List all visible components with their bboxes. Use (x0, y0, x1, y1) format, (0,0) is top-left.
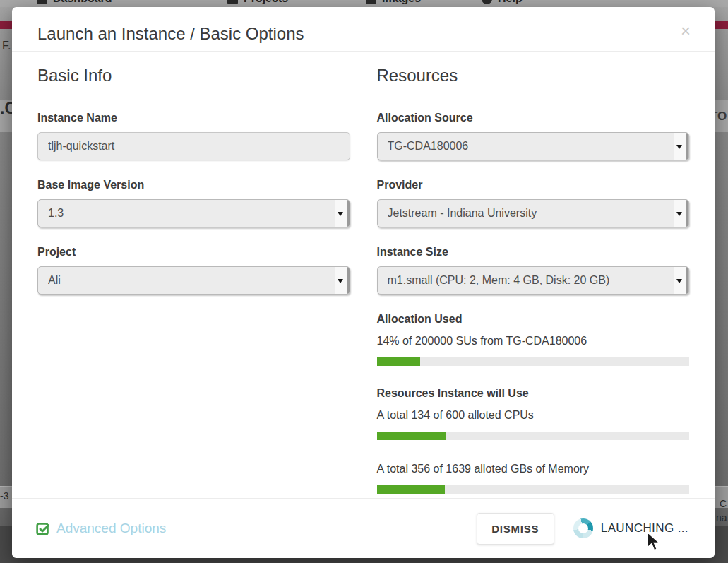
background-text-fragment: F. (2, 40, 11, 52)
launching-label: LAUNCHING ... (601, 521, 688, 535)
projects-icon (227, 0, 238, 4)
instance-size-label: Instance Size (377, 246, 690, 258)
dashboard-icon (37, 0, 47, 4)
instance-name-label: Instance Name (37, 112, 350, 124)
project-select[interactable]: Ali (37, 266, 350, 295)
nav-item-dashboard[interactable]: Dashboard (37, 0, 112, 5)
modal-title: Launch an Instance / Basic Options (37, 24, 304, 44)
memory-usage-text: A total 356 of 1639 alloted GBs of Memor… (377, 463, 690, 475)
nav-label: Dashboard (53, 0, 112, 5)
background-text-fragment: na (716, 512, 727, 523)
select-value: Ali (48, 274, 61, 287)
help-icon (482, 0, 492, 4)
checked-checkbox-icon (35, 521, 50, 536)
cpu-usage-progress-fill (377, 432, 447, 440)
allocation-source-select[interactable]: TG-CDA180006 (377, 132, 690, 160)
nav-item-help[interactable]: Help (482, 0, 523, 5)
instance-size-select[interactable]: m1.small (CPU: 2, Mem: 4 GB, Disk: 20 GB… (377, 266, 690, 295)
nav-item-images[interactable]: Images (366, 0, 421, 5)
select-value: Jetstream - Indiana University (388, 207, 537, 220)
background-navbar: Dashboard Projects Images Help (0, 0, 728, 7)
allocation-used-progress-fill (377, 357, 421, 366)
dropdown-arrow-icon (335, 267, 350, 294)
nav-label: Help (498, 0, 523, 5)
project-label: Project (37, 246, 350, 258)
allocation-source-label: Allocation Source (377, 112, 690, 124)
instance-name-input[interactable] (37, 132, 350, 160)
instance-usage-label: Resources Instance will Use (377, 387, 690, 399)
provider-label: Provider (377, 179, 690, 191)
provider-select[interactable]: Jetstream - Indiana University (377, 199, 690, 227)
dropdown-arrow-icon (674, 200, 688, 227)
advanced-options-link[interactable]: Advanced Options (35, 521, 166, 536)
images-icon (366, 0, 376, 4)
allocation-used-text: 14% of 200000 SUs from TG-CDA180006 (377, 335, 690, 347)
allocation-used-progressbar (377, 357, 690, 366)
cpu-usage-progressbar (377, 432, 690, 440)
launching-button[interactable]: LAUNCHING ... (573, 518, 688, 538)
dropdown-arrow-icon (674, 267, 688, 294)
nav-label: Projects (244, 0, 288, 5)
memory-usage-progressbar (377, 485, 690, 494)
nav-label: Images (382, 0, 421, 5)
select-value: 1.3 (48, 207, 64, 220)
modal-footer: Advanced Options DISMISS LAUNCHING ... (12, 498, 715, 558)
dismiss-button[interactable]: DISMISS (477, 513, 554, 545)
background-text-fragment: C (720, 498, 727, 509)
base-image-version-select[interactable]: 1.3 (37, 199, 350, 227)
close-icon[interactable]: × (681, 23, 691, 40)
resources-heading: Resources (377, 66, 690, 93)
advanced-options-label: Advanced Options (56, 521, 166, 536)
select-value: m1.small (CPU: 2, Mem: 4 GB, Disk: 20 GB… (388, 274, 610, 287)
modal-header: Launch an Instance / Basic Options × (12, 7, 715, 52)
select-value: TG-CDA180006 (388, 140, 469, 153)
memory-usage-progress-fill (377, 485, 445, 494)
resources-column: Resources Allocation Source TG-CDA180006… (377, 52, 690, 494)
dropdown-arrow-icon (335, 200, 350, 227)
base-image-version-label: Base Image Version (37, 179, 350, 191)
basic-info-column: Basic Info Instance Name Base Image Vers… (37, 52, 350, 494)
allocation-used-label: Allocation Used (377, 313, 690, 325)
dropdown-arrow-icon (674, 133, 688, 160)
basic-info-heading: Basic Info (37, 66, 350, 93)
cpu-usage-text: A total 134 of 600 alloted CPUs (377, 409, 690, 421)
nav-item-projects[interactable]: Projects (227, 0, 288, 5)
launch-instance-modal: Launch an Instance / Basic Options × Bas… (12, 7, 715, 558)
loading-spinner-icon (573, 518, 593, 538)
